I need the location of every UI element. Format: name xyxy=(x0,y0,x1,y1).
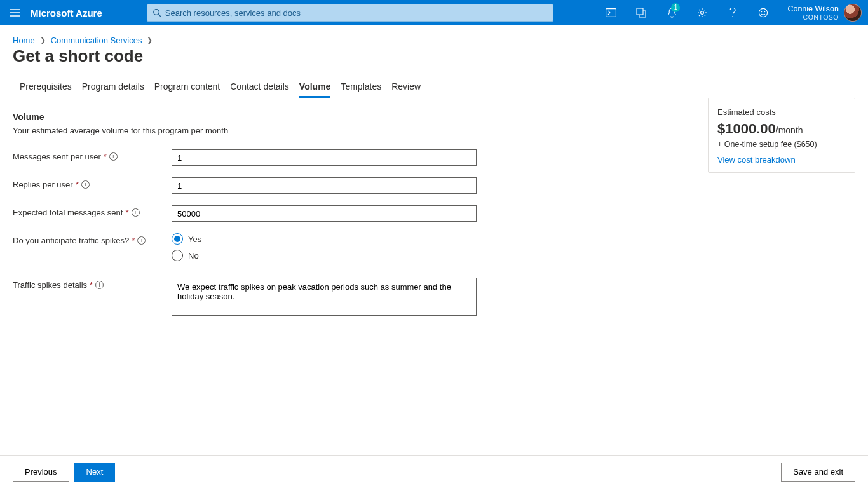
svg-rect-2 xyxy=(606,9,616,17)
tab-program-details[interactable]: Program details xyxy=(82,78,144,98)
chevron-right-icon: ❯ xyxy=(147,36,153,44)
previous-button[interactable]: Previous xyxy=(13,463,69,482)
info-icon[interactable]: i xyxy=(137,236,146,245)
svg-point-4 xyxy=(701,11,704,15)
estimated-costs-card: Estimated costs $1000.00/month + One-tim… xyxy=(708,98,855,173)
wizard-footer: Previous Next Save and exit xyxy=(0,455,868,488)
settings-button[interactable] xyxy=(687,0,717,25)
notification-badge: 1 xyxy=(671,3,680,12)
tab-prerequisites[interactable]: Prerequisites xyxy=(20,78,72,98)
filter-icon xyxy=(636,8,646,18)
cloud-shell-icon xyxy=(606,8,616,17)
help-button[interactable] xyxy=(717,0,748,25)
tab-contact-details[interactable]: Contact details xyxy=(230,78,289,98)
form-content: Volume Your estimated average volume for… xyxy=(0,98,868,318)
spikes-radio-no[interactable]: No xyxy=(172,250,477,261)
svg-line-1 xyxy=(158,14,161,17)
save-and-exit-button[interactable]: Save and exit xyxy=(781,463,855,482)
info-icon[interactable]: i xyxy=(95,281,104,289)
info-icon[interactable]: i xyxy=(81,180,90,189)
messages-sent-label: Messages sent per user * i xyxy=(13,149,172,161)
spikes-radio-yes[interactable]: Yes xyxy=(172,233,477,245)
directory-filter-button[interactable] xyxy=(626,0,656,25)
tab-templates[interactable]: Templates xyxy=(341,78,381,98)
cost-amount: $1000.00/month xyxy=(717,121,846,137)
breadcrumb: Home ❯ Communication Services ❯ xyxy=(0,25,868,46)
spikes-details-textarea[interactable] xyxy=(172,278,477,316)
traffic-spikes-label: Do you anticipate traffic spikes?* i xyxy=(13,233,172,245)
svg-point-8 xyxy=(764,11,766,13)
top-bar: Microsoft Azure 1 Connie Wilson C xyxy=(0,0,868,25)
next-button[interactable]: Next xyxy=(74,463,116,482)
notifications-button[interactable]: 1 xyxy=(656,0,687,25)
feedback-button[interactable] xyxy=(748,0,778,25)
replies-label: Replies per user * i xyxy=(13,177,172,189)
breadcrumb-home[interactable]: Home xyxy=(13,36,35,45)
svg-point-7 xyxy=(761,11,763,13)
svg-point-0 xyxy=(153,10,159,15)
replies-input[interactable] xyxy=(172,177,477,194)
account-tenant: CONTOSO xyxy=(787,13,839,21)
cost-setup-fee: + One-time setup fee ($650) xyxy=(717,140,846,149)
account-menu[interactable]: Connie Wilson CONTOSO xyxy=(778,4,868,22)
gear-icon xyxy=(697,8,707,18)
radio-icon xyxy=(172,233,183,245)
expected-total-input[interactable] xyxy=(172,205,477,222)
svg-point-6 xyxy=(759,8,768,17)
view-cost-breakdown-link[interactable]: View cost breakdown xyxy=(717,155,796,165)
expected-total-label: Expected total messages sent * i xyxy=(13,205,172,217)
topbar-actions: 1 xyxy=(595,0,778,25)
search-input[interactable] xyxy=(165,8,548,18)
info-icon[interactable]: i xyxy=(109,152,118,161)
brand-label: Microsoft Azure xyxy=(31,8,115,18)
info-icon[interactable]: i xyxy=(132,208,140,217)
chevron-right-icon: ❯ xyxy=(40,36,46,44)
tab-review[interactable]: Review xyxy=(391,78,421,98)
wizard-tabs: Prerequisites Program details Program co… xyxy=(7,78,868,98)
tab-program-content[interactable]: Program content xyxy=(154,78,220,98)
messages-sent-input[interactable] xyxy=(172,149,477,166)
cost-title: Estimated costs xyxy=(717,107,846,117)
menu-icon xyxy=(10,9,20,17)
search-icon xyxy=(153,8,161,17)
global-search[interactable] xyxy=(147,4,553,22)
svg-rect-3 xyxy=(637,8,643,15)
help-icon xyxy=(729,8,736,18)
avatar xyxy=(844,4,862,22)
hamburger-menu[interactable] xyxy=(0,0,31,25)
breadcrumb-communication-services[interactable]: Communication Services xyxy=(51,36,142,45)
spikes-details-label: Traffic spikes details* i xyxy=(13,278,172,290)
account-name: Connie Wilson xyxy=(787,4,839,13)
tab-volume[interactable]: Volume xyxy=(299,78,331,98)
cloud-shell-button[interactable] xyxy=(595,0,626,25)
search-container xyxy=(147,4,553,22)
radio-icon xyxy=(172,250,183,261)
page-title: Get a short code xyxy=(0,46,868,78)
feedback-icon xyxy=(758,8,768,18)
svg-point-5 xyxy=(733,16,734,17)
